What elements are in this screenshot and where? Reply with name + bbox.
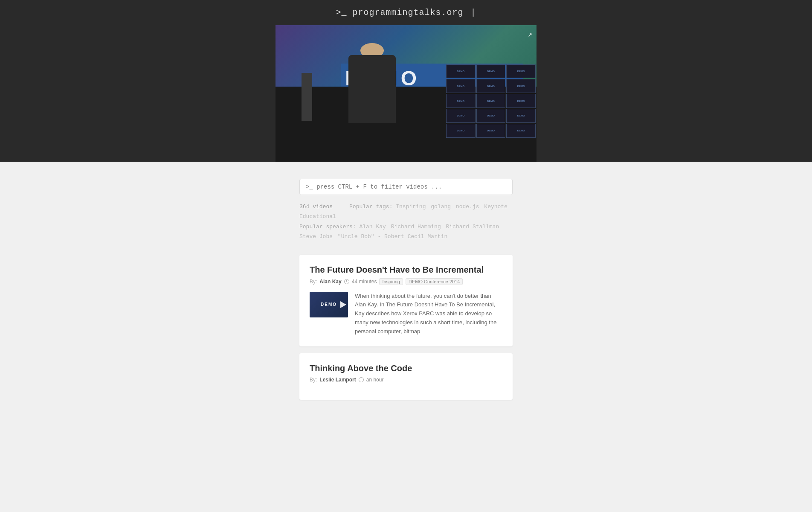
by-label-2: By: <box>310 377 317 383</box>
demo-cell: DEMO <box>506 94 536 108</box>
demo-cell: DEMO <box>446 94 476 108</box>
demo-cell: DEMO <box>476 64 506 79</box>
tag-keynote[interactable]: Keynote <box>484 204 508 210</box>
tag-nodejs[interactable]: node.js <box>456 204 479 210</box>
demo-cell: DEMO <box>506 109 536 123</box>
clock-icon-2 <box>359 377 364 382</box>
site-header: >_ programmingtalks.org | <box>0 0 812 25</box>
demo-cell: DEMO <box>476 109 506 123</box>
tag-inspiring[interactable]: Inspiring <box>396 204 426 210</box>
demo-cell: DEMO <box>476 79 506 93</box>
search-container <box>299 179 513 195</box>
search-input[interactable] <box>299 179 513 195</box>
cursor: | <box>471 8 476 17</box>
card-meta-1: By: Alan Kay 44 minutes Inspiring DEMO C… <box>310 278 502 285</box>
tag-badge-demo[interactable]: DEMO Conference 2014 <box>406 278 463 285</box>
demo-cell: DEMO <box>446 109 476 123</box>
video-player[interactable]: DEMO DEMO DEMO DEMO DEMO DEMO DEMO DEMO … <box>276 25 536 162</box>
speaker-body <box>348 55 395 123</box>
card-body-1: DEMO When thinking about the future, you… <box>310 292 502 336</box>
popular-speakers-label: Popular speakers: <box>299 224 356 230</box>
podium <box>302 73 312 121</box>
demo-cell: DEMO <box>446 124 476 138</box>
clock-icon-1 <box>344 279 349 284</box>
tag-educational[interactable]: Educational <box>299 213 336 220</box>
author-2[interactable]: Leslie Lamport <box>319 377 356 383</box>
speaker-richard-hamming[interactable]: Richard Hamming <box>391 224 441 230</box>
tags-row: 364 videos Popular tags: Inspiring golan… <box>299 202 513 242</box>
speaker-alan-kay[interactable]: Alan Kay <box>359 224 386 230</box>
video-scene: DEMO DEMO DEMO DEMO DEMO DEMO DEMO DEMO … <box>276 25 536 162</box>
card-meta-2: By: Leslie Lamport an hour <box>310 377 502 383</box>
hero-section: DEMO DEMO DEMO DEMO DEMO DEMO DEMO DEMO … <box>0 25 812 162</box>
demo-cell: DEMO <box>506 124 536 138</box>
site-title: >_ programmingtalks.org | <box>336 8 476 17</box>
speaker-richard-stallman[interactable]: Richard Stallman <box>446 224 499 230</box>
main-content: 364 videos Popular tags: Inspiring golan… <box>0 162 812 424</box>
demo-cell: DEMO <box>446 79 476 93</box>
card-title-1[interactable]: The Future Doesn't Have to Be Incrementa… <box>310 265 502 275</box>
prompt-prefix: >_ <box>336 8 347 17</box>
duration-1: 44 minutes <box>352 279 377 285</box>
demo-cell: DEMO <box>446 64 476 79</box>
demo-cell: DEMO <box>506 64 536 79</box>
video-count: 364 videos <box>299 204 333 210</box>
demo-cell: DEMO <box>506 79 536 93</box>
speaker-figure <box>348 55 395 123</box>
site-domain: programmingtalks.org <box>352 8 463 17</box>
card-description-1: When thinking about the future, you can'… <box>355 292 502 336</box>
tag-badge-inspiring[interactable]: Inspiring <box>379 278 403 285</box>
play-button-1[interactable] <box>340 301 346 308</box>
video-card-1: The Future Doesn't Have to Be Incrementa… <box>299 255 513 346</box>
by-label-1: By: <box>310 279 317 285</box>
duration-2: an hour <box>366 377 384 383</box>
demo-cell: DEMO <box>476 124 506 138</box>
thumb-text-1: DEMO <box>321 302 337 307</box>
card-title-2[interactable]: Thinking Above the Code <box>310 364 502 373</box>
speaker-steve-jobs[interactable]: Steve Jobs <box>299 233 333 240</box>
demo-cell: DEMO <box>476 94 506 108</box>
card-thumbnail-1[interactable]: DEMO <box>310 292 348 317</box>
popular-tags-label: Popular tags: <box>349 204 392 210</box>
video-card-2: Thinking Above the Code By: Leslie Lampo… <box>299 353 513 400</box>
tag-golang[interactable]: golang <box>431 204 451 210</box>
speaker-uncle-bob[interactable]: "Uncle Bob" - Robert Cecil Martin <box>338 233 447 240</box>
author-1[interactable]: Alan Kay <box>319 279 341 285</box>
share-icon[interactable]: ↗ <box>528 29 532 39</box>
demo-backdrop: DEMO DEMO DEMO DEMO DEMO DEMO DEMO DEMO … <box>445 64 536 139</box>
